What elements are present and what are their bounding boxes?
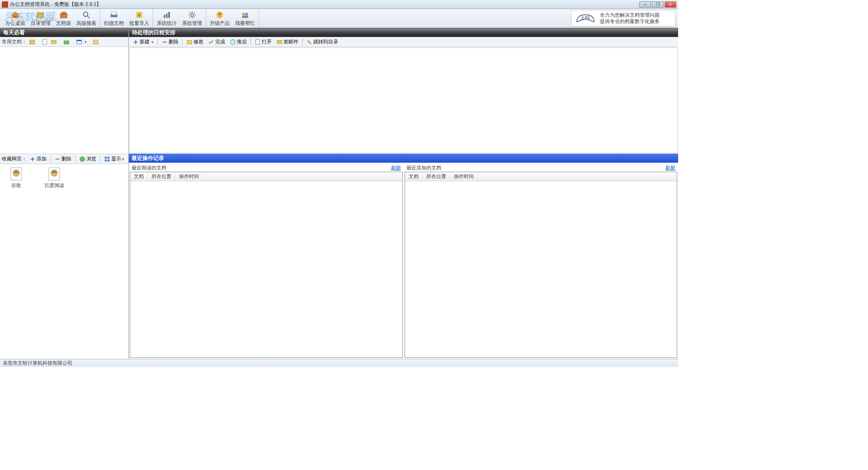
tb-label: 办公桌面 — [5, 20, 25, 27]
sch-label: 打开 — [262, 38, 272, 45]
titlebar: 办公文档管理系统 - 免费版【版本 2.9.1】 ─ ❐ ✕ — [0, 0, 678, 9]
banner-line2: 提供专业的档案数字化服务 — [600, 18, 660, 24]
th-doc[interactable]: 文档 — [130, 172, 148, 181]
statusbar: 东莞市文软计算机科技有限公司 — [0, 359, 678, 367]
check-icon — [208, 39, 214, 45]
search-button[interactable]: 高级搜索 — [74, 10, 99, 27]
upgrade-button[interactable]: 升级产品 — [207, 10, 232, 27]
recent-read-table: 文档 所在位置 操作时间 — [130, 172, 403, 358]
calendar-icon[interactable] — [75, 38, 83, 46]
upgrade-icon — [215, 10, 224, 19]
svg-rect-17 — [242, 15, 248, 18]
briefcase-icon — [59, 10, 68, 19]
svg-point-13 — [191, 13, 194, 16]
catalog-button[interactable]: 目录管理 — [28, 10, 53, 27]
sch-label: 删除 — [169, 38, 179, 45]
fav-display-button[interactable]: 显示 ▾ — [102, 155, 126, 163]
home-icon — [11, 10, 20, 19]
open-icon — [255, 39, 261, 45]
recent-add-thead: 文档 所在位置 操作时间 — [405, 172, 677, 181]
sch-mail-button[interactable]: 发邮件 — [274, 38, 300, 46]
recent-read-refresh[interactable]: 刷新 — [391, 164, 401, 171]
stats-button[interactable]: 系统统计 — [154, 10, 179, 27]
svg-rect-10 — [164, 15, 165, 18]
import-button[interactable]: 批量导入 — [127, 10, 152, 27]
svg-rect-4 — [62, 12, 65, 14]
mail-icon[interactable] — [50, 38, 57, 46]
sysmgmt-button[interactable]: 系统管理 — [179, 10, 205, 27]
desktop-button[interactable]: 办公桌面 — [3, 10, 28, 27]
scanner-icon — [109, 10, 118, 19]
daily-toolbar: 常用文档： ▾ — [0, 37, 128, 47]
svg-point-5 — [83, 12, 88, 16]
sch-delete-button[interactable]: 删除 — [160, 38, 180, 46]
fav-browse-button[interactable]: 浏览 — [77, 155, 98, 163]
fav-item-baidu[interactable]: 百度阅读 — [41, 167, 68, 189]
import-icon — [135, 10, 144, 19]
svg-rect-29 — [105, 159, 107, 161]
minus-icon — [54, 156, 61, 162]
chart-icon — [162, 10, 171, 19]
scan-button[interactable]: 扫描文档 — [101, 10, 127, 27]
toolbar-group-1: 办公桌面 目录管理 文档袋 高级搜索 — [2, 9, 100, 28]
minus-icon — [161, 39, 168, 45]
favorites-toolbar: 收藏网页： 添加 删除 浏览 显示 — [0, 154, 128, 164]
svg-line-6 — [88, 16, 90, 18]
sch-open-button[interactable]: 打开 — [253, 38, 274, 46]
tb-label: 升级产品 — [210, 20, 230, 27]
th-doc[interactable]: 文档 — [405, 172, 423, 181]
search-icon — [82, 10, 91, 19]
add-doc-icon[interactable] — [28, 38, 36, 46]
svg-rect-22 — [64, 41, 69, 44]
th-time[interactable]: 操作时间 — [175, 172, 203, 181]
close-button[interactable]: ✕ — [665, 1, 676, 8]
th-location[interactable]: 所在位置 — [148, 172, 175, 181]
sch-complete-button[interactable]: 完成 — [206, 38, 227, 46]
list-icon[interactable] — [92, 38, 99, 46]
recent-split: 最近阅读的文档 刷新 文档 所在位置 操作时间 最近添加的文档 刷新 — [129, 163, 678, 359]
tb-label: 目录管理 — [31, 20, 51, 27]
favorites-body: 谷歌 百度阅读 — [0, 164, 128, 359]
plus-icon — [132, 39, 139, 45]
folder-icon[interactable] — [63, 38, 70, 46]
schedule-toolbar: 新建▾ 删除 修改 完成 推后 打开 发邮件 跳转到目录 — [129, 37, 678, 47]
tb-label: 我要帮忙 — [235, 20, 255, 27]
svg-rect-35 — [187, 40, 192, 44]
fav-display-label: 显示 — [111, 155, 121, 162]
fav-add-button[interactable]: 添加 — [28, 155, 48, 163]
sch-label: 完成 — [215, 38, 225, 45]
sch-new-button[interactable]: 新建▾ — [131, 38, 156, 46]
toolbar-group-4: 升级产品 我要帮忙 — [206, 9, 259, 28]
status-text: 东莞市文软计算机科技有限公司 — [3, 360, 72, 367]
sch-modify-button[interactable]: 修改 — [184, 38, 205, 46]
help-icon — [241, 10, 250, 19]
svg-rect-12 — [168, 12, 170, 18]
docbag-button[interactable]: 文档袋 — [53, 10, 74, 27]
help-button[interactable]: 我要帮忙 — [232, 10, 258, 27]
sch-goto-button[interactable]: 跳转到目录 — [304, 38, 340, 46]
fav-item-label: 谷歌 — [11, 182, 21, 189]
th-location[interactable]: 所在位置 — [423, 172, 450, 181]
recent-add-column: 最近添加的文档 刷新 文档 所在位置 操作时间 — [404, 163, 679, 359]
fav-browse-label: 浏览 — [86, 155, 96, 162]
fav-delete-button[interactable]: 删除 — [52, 155, 73, 163]
svg-rect-11 — [166, 13, 167, 18]
goto-icon — [306, 39, 312, 45]
recent-add-refresh[interactable]: 刷新 — [665, 164, 675, 171]
sch-postpone-button[interactable]: 推后 — [228, 38, 249, 46]
svg-rect-0 — [14, 15, 17, 18]
minimize-button[interactable]: ─ — [639, 1, 651, 8]
doc-icon[interactable] — [41, 38, 48, 46]
app-icon — [2, 1, 8, 8]
maximize-button[interactable]: ❐ — [652, 1, 664, 8]
th-time[interactable]: 操作时间 — [450, 172, 478, 181]
daily-section: 每天必看 常用文档： ▾ — [0, 28, 128, 154]
fav-item-google[interactable]: 谷歌 — [3, 167, 30, 189]
right-panel: 待处理的日程安排 新建▾ 删除 修改 完成 推后 打开 发邮件 跳转到目录 最近… — [129, 28, 678, 359]
banner[interactable]: 文/软 全力为您解决文档管理问题 提供专业的档案数字化服务 — [571, 10, 675, 26]
svg-rect-8 — [112, 12, 116, 15]
sch-label: 新建 — [140, 38, 150, 45]
recent-header: 最近操作记录 — [129, 154, 678, 163]
fav-label: 收藏网页： — [2, 155, 27, 162]
svg-rect-25 — [94, 40, 99, 44]
